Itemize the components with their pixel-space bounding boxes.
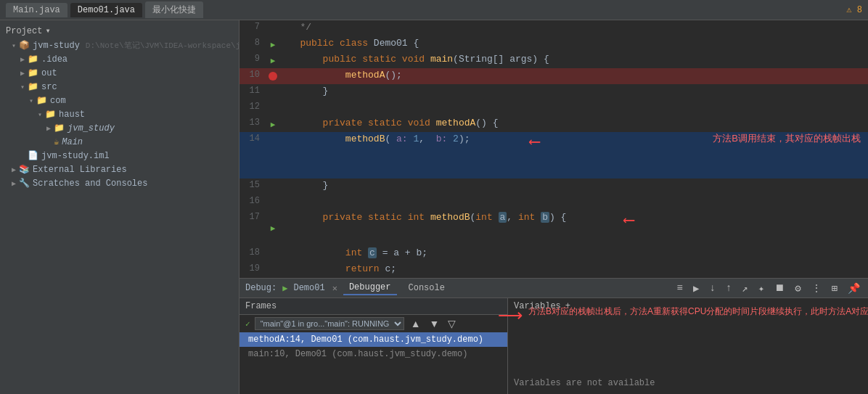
expand-arrow: ▾: [29, 97, 33, 105]
nav-up-button[interactable]: ▲: [409, 317, 423, 330]
tab-minimize[interactable]: 最小化快捷: [145, 1, 203, 18]
run-icon[interactable]: ▶: [271, 40, 276, 49]
line-content: }: [280, 84, 868, 100]
step-into-button[interactable]: ↓: [707, 282, 717, 295]
lib-icon: 📚: [19, 164, 30, 175]
line-number: 16: [239, 194, 266, 210]
line-content: methodA();: [280, 68, 868, 84]
sidebar-item-jvm_study[interactable]: ▶ 📁 jvm_study: [0, 121, 239, 135]
folder-icon: 📁: [45, 109, 56, 120]
folder-icon: 📁: [28, 67, 38, 78]
vars-not-available: Variables are not available: [514, 372, 655, 394]
sidebar-item-haust[interactable]: ▾ 📁 haust: [0, 107, 239, 121]
expand-arrow: ▶: [12, 179, 16, 188]
tab-main-java[interactable]: Main.java: [6, 3, 67, 17]
step-out-button[interactable]: ↑: [724, 282, 734, 295]
code-line-7: 7 */: [239, 20, 868, 36]
expand-arrow: ▶: [20, 69, 25, 78]
top-bar: Main.java Demo01.java 最小化快捷 ⚠ 8: [0, 0, 868, 20]
debugger-tab[interactable]: Debugger: [343, 281, 397, 295]
debug-body: Frames ✓ "main"@1 in gro..."main": RUNNI…: [239, 298, 868, 394]
line-gutter: [266, 262, 280, 278]
warning-icon: ⚠ 8: [846, 4, 862, 15]
frames-label: Frames: [245, 301, 277, 311]
line-gutter: ▶: [266, 116, 280, 132]
sidebar-item-label: out: [41, 68, 57, 78]
line-content: public class Demo01 {: [280, 36, 868, 52]
pin-button[interactable]: 📌: [846, 282, 862, 295]
filter-button[interactable]: ▽: [446, 317, 458, 330]
frame-item-main[interactable]: main:10, Demo01 (com.haust.jvm_study.dem…: [239, 347, 507, 361]
sidebar-item-scratches[interactable]: ▶ 🔧 Scratches and Consoles: [0, 176, 239, 190]
frame-label: methodA:14, Demo01 (com.haust.jvm_study.…: [248, 335, 483, 345]
debug-header: Debug: ▶ Demo01 ✕ Debugger Console ≡ ▶ ↓…: [239, 279, 868, 298]
line-number: 12: [239, 100, 266, 116]
code-line-19: 19 return c;: [239, 262, 868, 278]
line-content: private static void methodA() {: [280, 116, 868, 132]
sidebar-item-ext-libs[interactable]: ▶ 📚 External Libraries: [0, 163, 239, 176]
evaluate-button[interactable]: ✦: [756, 282, 766, 295]
sidebar-item-label: Main: [62, 137, 83, 147]
frame-label: main:10, Demo01 (com.haust.jvm_study.dem…: [248, 349, 467, 359]
sidebar-item-out[interactable]: ▶ 📁 out: [0, 66, 239, 80]
sidebar: Project ▾ ▾ 📦 jvm-study D:\Note\笔记\JVM\I…: [0, 20, 239, 394]
run-icon[interactable]: ▶: [271, 56, 276, 65]
stop-button[interactable]: ⏹: [772, 282, 787, 295]
line-gutter: [266, 132, 280, 178]
folder-src-icon: 📁: [28, 81, 38, 92]
thread-check-icon: ✓: [245, 319, 250, 329]
sidebar-item-com[interactable]: ▾ 📁 com: [0, 94, 239, 107]
debug-label: Debug:: [245, 283, 277, 293]
resume-button[interactable]: ▶: [691, 282, 701, 295]
tab-demo01-java[interactable]: Demo01.java: [70, 3, 142, 17]
expand-arrow: ▾: [20, 83, 25, 91]
thread-selector[interactable]: "main"@1 in gro..."main": RUNNING: [255, 317, 404, 330]
add-watch-button[interactable]: +: [565, 301, 570, 311]
line-gutter: [266, 194, 280, 210]
sidebar-item-label: com: [50, 96, 66, 106]
code-line-10: 10 methodA();: [239, 68, 868, 84]
console-tab[interactable]: Console: [403, 282, 451, 295]
close-icon[interactable]: ✕: [332, 283, 337, 294]
settings-button[interactable]: ⚙: [793, 282, 803, 295]
line-number: 18: [239, 246, 266, 262]
code-line-9: 9 ▶ public static void main(String[] arg…: [239, 52, 868, 68]
line-content: methodB( a: 1, b: 2); ⟵: [280, 132, 868, 178]
line-number: 15: [239, 178, 266, 194]
expand-arrow: ▾: [12, 41, 16, 50]
frame-item-methoda[interactable]: methodA:14, Demo01 (com.haust.jvm_study.…: [239, 332, 507, 347]
sidebar-item-label: jvm-study: [33, 41, 80, 51]
nav-down-button[interactable]: ▼: [427, 317, 441, 330]
sidebar-header: Project ▾: [0, 23, 239, 38]
expand-arrow: ▶: [46, 124, 51, 133]
sidebar-item-label: External Libraries: [33, 165, 127, 175]
frames-header: Frames: [239, 298, 507, 315]
step-over-button[interactable]: ≡: [675, 282, 685, 295]
line-number: 13: [239, 116, 266, 132]
code-panel[interactable]: 7 */ 8 ▶ public class Demo01 { 9 ▶ pub: [239, 20, 868, 278]
restore-button[interactable]: ⊞: [830, 282, 840, 295]
sidebar-item-jvm-study[interactable]: ▾ 📦 jvm-study D:\Note\笔记\JVM\IDEA-worksp…: [0, 38, 239, 52]
line-gutter: [266, 68, 280, 84]
run-icon[interactable]: ▶: [271, 120, 276, 129]
breakpoint-icon[interactable]: [269, 72, 277, 81]
line-number: 19: [239, 262, 266, 278]
line-content: return c;: [280, 262, 868, 278]
code-line-13: 13 ▶ private static void methodA() {: [239, 116, 868, 132]
java-icon: ☕: [54, 136, 59, 147]
variables-label: Variables: [514, 301, 561, 311]
run-icon[interactable]: ▶: [271, 223, 276, 233]
sidebar-item-label: jvm_study: [67, 123, 115, 134]
sidebar-item-main[interactable]: ▶ ☕ Main: [0, 135, 239, 149]
scratches-icon: 🔧: [19, 178, 30, 189]
module-icon: 📦: [19, 40, 30, 51]
variables-header: Variables +: [514, 301, 862, 311]
line-number: 10: [239, 68, 266, 84]
more-button[interactable]: ⋮: [809, 282, 824, 295]
debug-session-label: Demo01: [293, 283, 324, 293]
sidebar-item-iml[interactable]: ▶ 📄 jvm-study.iml: [0, 149, 239, 163]
code-line-12: 12: [239, 100, 868, 116]
sidebar-item-idea[interactable]: ▶ 📁 .idea: [0, 52, 239, 66]
step-cursor-button[interactable]: ↗: [740, 282, 750, 295]
sidebar-item-src[interactable]: ▾ 📁 src: [0, 80, 239, 94]
